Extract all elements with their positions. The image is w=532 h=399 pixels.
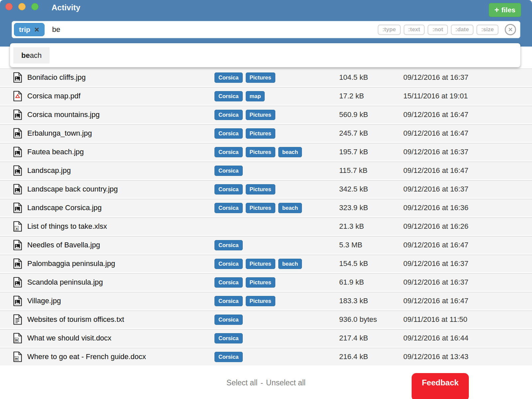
file-row[interactable]: Corsica mountains.jpg CorsicaPictures 56…: [0, 106, 532, 123]
filter-date-button[interactable]: :date: [451, 25, 474, 35]
tag-pill[interactable]: Corsica: [214, 315, 243, 325]
tag-pill[interactable]: Corsica: [214, 166, 243, 176]
file-name: Needles of Bavella.jpg: [27, 241, 100, 249]
close-window-button[interactable]: [5, 3, 13, 10]
tag-pill[interactable]: Corsica: [214, 296, 243, 306]
file-date: 09/12/2016 at 16:37: [403, 148, 468, 156]
file-name: Scandola peninsula.jpg: [27, 278, 103, 287]
tag-pill[interactable]: Pictures: [246, 277, 275, 288]
filter-not-button[interactable]: :not: [428, 25, 448, 35]
tag-pill[interactable]: Corsica: [214, 259, 243, 269]
filter-type-button[interactable]: :type: [378, 25, 401, 35]
tag-pill[interactable]: Pictures: [246, 110, 275, 120]
file-date: 09/12/2016 at 16:36: [403, 203, 468, 212]
file-name: What we should visit.docx: [27, 334, 111, 342]
clear-search-icon[interactable]: ✕: [505, 24, 516, 35]
plus-icon: +: [494, 6, 499, 14]
file-tags: CorsicaPictures: [214, 277, 275, 288]
file-name: Corsica mountains.jpg: [27, 110, 100, 119]
suggestion-rest-part: ach: [30, 51, 42, 60]
file-size: 195.7 kB: [339, 148, 368, 156]
tag-pill[interactable]: beach: [278, 259, 302, 269]
image-file-icon: [13, 258, 22, 269]
image-file-icon: [13, 109, 22, 120]
tag-pill[interactable]: Corsica: [214, 352, 243, 362]
file-size: 217.4 kB: [339, 334, 368, 342]
tag-pill[interactable]: Corsica: [214, 333, 243, 343]
file-row[interactable]: w What we should visit.docx Corsica 217.…: [0, 329, 532, 347]
file-date: 09/12/2016 at 16:47: [403, 166, 468, 175]
file-row[interactable]: w Where to go eat - French guide.docx Co…: [0, 348, 532, 365]
autocomplete-dropdown: beach: [10, 43, 520, 67]
tag-pill[interactable]: Pictures: [246, 72, 275, 83]
tag-pill[interactable]: Pictures: [246, 128, 275, 139]
tag-pill[interactable]: Pictures: [246, 259, 275, 269]
tag-pill[interactable]: beach: [278, 203, 302, 213]
file-row[interactable]: Websites of tourism offices.txt Corsica …: [0, 311, 532, 328]
file-tags: CorsicaPicturesbeach: [214, 203, 302, 213]
file-tags: CorsicaPictures: [214, 128, 275, 139]
file-name: Websites of tourism offices.txt: [27, 315, 124, 324]
file-size: 21.3 kB: [339, 222, 364, 231]
add-files-button[interactable]: + files: [489, 3, 521, 17]
tag-pill[interactable]: Pictures: [246, 184, 275, 195]
tag-pill[interactable]: Corsica: [214, 91, 243, 101]
file-size: 17.2 kB: [339, 92, 364, 100]
file-list: Bonifacio cliffs.jpg CorsicaPictures 104…: [0, 67, 532, 365]
file-size: 216.4 kB: [339, 352, 368, 361]
file-date: 09/12/2016 at 13:43: [403, 352, 468, 361]
file-row[interactable]: Village.jpg CorsicaPictures 183.3 kB 09/…: [0, 292, 532, 310]
tag-pill[interactable]: map: [246, 91, 265, 101]
search-bar[interactable]: trip ✕ be :type :text :not :date :size ✕: [12, 21, 520, 38]
tag-pill[interactable]: Corsica: [214, 240, 243, 250]
file-row[interactable]: Fautea beach.jpg CorsicaPicturesbeach 19…: [0, 143, 532, 161]
tag-pill[interactable]: Corsica: [214, 147, 243, 157]
file-row[interactable]: Bonifacio cliffs.jpg CorsicaPictures 104…: [0, 68, 532, 86]
file-size: 5.3 MB: [339, 241, 362, 249]
traffic-lights: [5, 3, 39, 10]
file-tags: Corsicamap: [214, 91, 265, 101]
file-date: 09/12/2016 at 16:47: [403, 129, 468, 138]
file-name: List of things to take.xlsx: [27, 222, 107, 231]
tag-pill[interactable]: Corsica: [214, 72, 243, 83]
file-size: 154.5 kB: [339, 259, 368, 268]
tag-pill[interactable]: Corsica: [214, 277, 243, 288]
tag-pill[interactable]: Corsica: [214, 110, 243, 120]
search-tag-chip[interactable]: trip ✕: [14, 23, 45, 36]
file-row[interactable]: Landscape back country.jpg CorsicaPictur…: [0, 180, 532, 198]
file-row[interactable]: Needles of Bavella.jpg Corsica 5.3 MB 09…: [0, 236, 532, 254]
app-window: Activity + files trip ✕ be :type :text :…: [0, 0, 532, 399]
file-row[interactable]: Palombaggia peninsula.jpg CorsicaPicture…: [0, 255, 532, 272]
tag-pill[interactable]: Corsica: [214, 184, 243, 195]
file-date: 09/12/2016 at 16:37: [403, 278, 468, 287]
tag-pill[interactable]: Pictures: [246, 147, 275, 157]
search-input[interactable]: be: [52, 25, 60, 34]
zoom-window-button[interactable]: [31, 3, 39, 10]
filter-size-button[interactable]: :size: [476, 25, 498, 35]
file-row[interactable]: Corsica map.pdf Corsicamap 17.2 kB 15/11…: [0, 87, 532, 105]
filter-text-button[interactable]: :text: [404, 25, 425, 35]
file-row[interactable]: Scandola peninsula.jpg CorsicaPictures 6…: [0, 273, 532, 291]
file-row[interactable]: Landscape Corsica.jpg CorsicaPicturesbea…: [0, 199, 532, 216]
unselect-all-link[interactable]: Unselect all: [266, 378, 306, 387]
file-date: 09/12/2016 at 16:47: [403, 241, 468, 249]
file-date: 09/12/2016 at 16:47: [403, 297, 468, 305]
file-name: Palombaggia peninsula.jpg: [27, 259, 115, 268]
file-row[interactable]: Erbalunga_town.jpg CorsicaPictures 245.7…: [0, 124, 532, 142]
word-file-icon: w: [13, 333, 22, 343]
tag-pill[interactable]: beach: [278, 147, 302, 157]
file-row[interactable]: Landscap.jpg Corsica 115.7 kB 09/12/2016…: [0, 162, 532, 179]
links-separator: -: [260, 378, 263, 387]
minimize-window-button[interactable]: [18, 3, 26, 10]
suggestion-item-beach[interactable]: beach: [13, 47, 50, 64]
tag-pill[interactable]: Corsica: [214, 203, 243, 213]
file-size: 104.5 kB: [339, 73, 368, 82]
tag-pill[interactable]: Pictures: [246, 296, 275, 306]
tag-pill[interactable]: Pictures: [246, 203, 275, 213]
feedback-button[interactable]: Feedback: [412, 373, 469, 399]
select-all-link[interactable]: Select all: [226, 378, 257, 387]
image-file-icon: [13, 240, 22, 250]
file-row[interactable]: x List of things to take.xlsx 21.3 kB 09…: [0, 217, 532, 235]
tag-pill[interactable]: Corsica: [214, 128, 243, 139]
remove-tag-icon[interactable]: ✕: [34, 26, 40, 34]
